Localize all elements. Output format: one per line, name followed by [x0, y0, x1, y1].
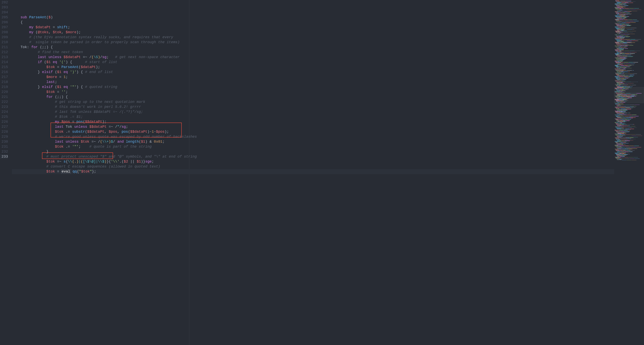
minimap-viewport[interactable]: [614, 87, 644, 103]
token: ||: [128, 160, 136, 164]
line-number: 204: [0, 10, 8, 15]
token: $dataPt: [81, 65, 96, 69]
token: unless: [66, 140, 78, 144]
token: '"': [70, 85, 76, 89]
line-number: 231: [0, 144, 8, 149]
code-line[interactable]: $tok .= substr($$dataPt, $pos, pos($$dat…: [12, 129, 614, 134]
token: [61, 55, 64, 59]
token: [64, 140, 66, 144]
line-number: 222: [0, 100, 8, 104]
token: (: [100, 140, 102, 144]
code-line[interactable]: $tok = '';: [12, 90, 614, 94]
token: (: [81, 160, 83, 164]
code-line[interactable]: my $pos = pos($$dataPt);: [12, 120, 614, 124]
token: shift: [57, 25, 68, 29]
minimap[interactable]: [614, 0, 644, 345]
line-number: 226: [0, 120, 8, 124]
token: # quote is part of the string: [89, 145, 152, 148]
token: ": [79, 170, 81, 174]
token: (;;) {: [38, 45, 53, 49]
code-area[interactable]: sub ParseAnt($) { my $dataPt = shift; my…: [12, 0, 614, 345]
code-line[interactable]: # last Tok unless $$dataPt =~ /(.*?)"/sg…: [12, 110, 614, 114]
token: [12, 95, 46, 99]
token: =: [70, 120, 76, 124]
code-line[interactable]: }: [12, 149, 614, 154]
code-line[interactable]: # get string up to the next quotation ma…: [12, 100, 614, 104]
token: /: [115, 125, 118, 129]
token: 1: [152, 130, 154, 134]
code-line[interactable]: Tok: for (;;) {: [12, 45, 614, 50]
code-line[interactable]: # (the DjVu annotation syntax really suc…: [12, 35, 614, 40]
token: [12, 75, 46, 79]
token: [59, 120, 62, 124]
token: $1: [46, 60, 51, 64]
code-line[interactable]: my $dataPt = shift;: [12, 25, 614, 30]
code-line[interactable]: {: [12, 20, 614, 25]
token: # must protect unescaped "$" and "@" sym…: [46, 154, 197, 158]
token: }: [12, 150, 48, 154]
token: '(': [59, 60, 66, 64]
token: |: [78, 160, 81, 164]
code-line[interactable]: last unless $$dataPt =~ /(\S)/sg; # get …: [12, 55, 614, 60]
token: |: [96, 160, 98, 164]
code-line[interactable]: $tok =~ s{\\(.)|([\$\@]|\\$)}{'\\'.($2 |…: [12, 159, 614, 164]
code-line[interactable]: last Tok unless $$dataPt =~ /"/sg;: [12, 124, 614, 129]
code-line[interactable]: my (@toks, $tok, $more);: [12, 30, 614, 35]
token: (: [83, 120, 85, 124]
token: [12, 15, 20, 19]
code-line[interactable]: # convert C escape sequences (allowed in…: [12, 164, 614, 169]
token: [61, 70, 64, 74]
code-line[interactable]: # $tok .= $1;: [12, 114, 614, 120]
token: my: [29, 30, 34, 34]
token: unless: [74, 125, 87, 129]
token: -: [154, 130, 156, 134]
line-number: 232: [0, 149, 8, 154]
token: $tok: [46, 90, 55, 94]
token: and: [117, 140, 124, 144]
token: [: [83, 160, 85, 164]
code-line[interactable]: } elsif ($1 eq ')') { # end of list: [12, 70, 614, 74]
code-line[interactable]: $tok = ParseAnt($dataPt);: [12, 65, 614, 70]
code-line[interactable]: $tok = eval qq{"$tok"};: [12, 169, 614, 174]
code-line[interactable]: $tok .= '"'; # quote is part of the stri…: [12, 144, 614, 149]
token: [78, 140, 81, 144]
code-line[interactable]: last unless $tok =~ /(\\+)$/ and length(…: [12, 139, 614, 144]
token: [115, 140, 118, 144]
code-line[interactable]: $more = 1;: [12, 74, 614, 80]
code-line[interactable]: last;: [12, 80, 614, 84]
code-line[interactable]: # find the next token: [12, 50, 614, 55]
minimap-line: [614, 160, 644, 160]
token: [12, 105, 55, 109]
code-line[interactable]: if ($1 eq '(') { # start of list: [12, 60, 614, 65]
code-line[interactable]: for (;;) {: [12, 94, 614, 100]
token: ;: [55, 80, 57, 84]
token: [50, 60, 53, 64]
code-line[interactable]: sub ParseAnt($): [12, 15, 614, 20]
token: (: [53, 85, 57, 89]
token: # single token be parsed in order to pro…: [29, 40, 180, 44]
token: .=: [64, 130, 72, 134]
code-editor[interactable]: 2022032042052062072082092102112122132142…: [0, 0, 614, 345]
token: # quoted string: [85, 85, 117, 89]
token: 1: [64, 75, 66, 79]
code-line[interactable]: # single token be parsed in order to pro…: [12, 40, 614, 45]
token: substr: [72, 130, 85, 134]
token: $tok: [81, 140, 89, 144]
line-number: 219: [0, 84, 8, 90]
line-number: 217: [0, 74, 8, 80]
token: [27, 15, 29, 19]
token: \S: [94, 55, 98, 59]
token: [12, 55, 38, 59]
token: ): [104, 160, 107, 164]
token: # $tok .= $1;: [55, 115, 83, 119]
code-line[interactable]: # we're good unless quote was escaped by…: [12, 134, 614, 139]
line-number: 202: [0, 0, 8, 5]
token: [12, 135, 55, 139]
token: ;: [162, 140, 164, 144]
token: [12, 140, 55, 144]
code-line[interactable]: # must protect unescaped "$" and "@" sym…: [12, 154, 614, 159]
token: [12, 60, 38, 64]
token: # get string up to the next quotation ma…: [55, 100, 145, 104]
code-line[interactable]: # this doesn't work in perl 5.6.2! grrrr: [12, 104, 614, 110]
code-line[interactable]: } elsif ($1 eq '"') { # quoted string: [12, 84, 614, 90]
